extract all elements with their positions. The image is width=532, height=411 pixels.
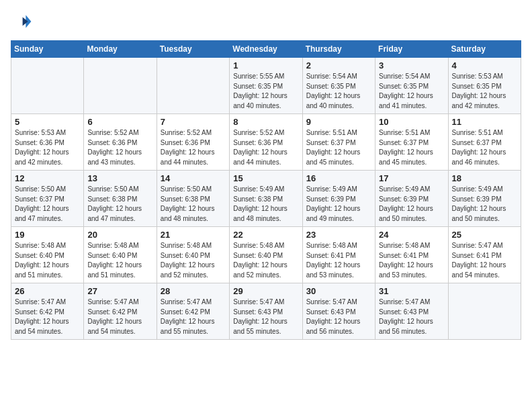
day-info: Sunrise: 5:48 AM Sunset: 6:41 PM Dayligh… bbox=[306, 241, 371, 280]
calendar-cell: 2Sunrise: 5:54 AM Sunset: 6:35 PM Daylig… bbox=[302, 58, 375, 114]
calendar-cell: 19Sunrise: 5:48 AM Sunset: 6:40 PM Dayli… bbox=[11, 227, 84, 283]
day-info: Sunrise: 5:52 AM Sunset: 6:36 PM Dayligh… bbox=[233, 128, 298, 167]
calendar-cell: 11Sunrise: 5:51 AM Sunset: 6:37 PM Dayli… bbox=[448, 114, 521, 171]
day-number: 1 bbox=[233, 60, 298, 71]
day-info: Sunrise: 5:51 AM Sunset: 6:37 PM Dayligh… bbox=[452, 128, 517, 167]
day-info: Sunrise: 5:47 AM Sunset: 6:43 PM Dayligh… bbox=[233, 298, 298, 336]
weekday-header-monday: Monday bbox=[84, 41, 157, 58]
day-number: 22 bbox=[233, 230, 298, 240]
day-number: 19 bbox=[15, 230, 80, 240]
calendar-body: 1Sunrise: 5:55 AM Sunset: 6:35 PM Daylig… bbox=[11, 58, 521, 340]
calendar-cell: 6Sunrise: 5:52 AM Sunset: 6:36 PM Daylig… bbox=[84, 114, 157, 171]
day-info: Sunrise: 5:53 AM Sunset: 6:35 PM Dayligh… bbox=[452, 72, 517, 111]
calendar-cell: 25Sunrise: 5:47 AM Sunset: 6:41 PM Dayli… bbox=[448, 227, 521, 283]
week-row-4: 19Sunrise: 5:48 AM Sunset: 6:40 PM Dayli… bbox=[11, 227, 521, 283]
day-info: Sunrise: 5:53 AM Sunset: 6:36 PM Dayligh… bbox=[15, 128, 80, 167]
calendar-cell: 8Sunrise: 5:52 AM Sunset: 6:36 PM Daylig… bbox=[230, 114, 302, 171]
calendar-cell: 21Sunrise: 5:48 AM Sunset: 6:40 PM Dayli… bbox=[157, 227, 229, 283]
calendar-cell: 9Sunrise: 5:51 AM Sunset: 6:37 PM Daylig… bbox=[302, 114, 375, 171]
page-header bbox=[11, 11, 521, 32]
calendar-cell: 28Sunrise: 5:47 AM Sunset: 6:42 PM Dayli… bbox=[157, 283, 229, 340]
calendar-cell: 23Sunrise: 5:48 AM Sunset: 6:41 PM Dayli… bbox=[302, 227, 375, 283]
day-number: 6 bbox=[87, 117, 152, 127]
day-info: Sunrise: 5:47 AM Sunset: 6:43 PM Dayligh… bbox=[306, 298, 371, 336]
day-info: Sunrise: 5:48 AM Sunset: 6:40 PM Dayligh… bbox=[233, 241, 298, 280]
week-row-5: 26Sunrise: 5:47 AM Sunset: 6:42 PM Dayli… bbox=[11, 283, 521, 340]
calendar-cell: 10Sunrise: 5:51 AM Sunset: 6:37 PM Dayli… bbox=[375, 114, 448, 171]
calendar-cell: 3Sunrise: 5:54 AM Sunset: 6:35 PM Daylig… bbox=[375, 58, 448, 114]
calendar-cell bbox=[11, 58, 84, 114]
calendar-cell: 31Sunrise: 5:47 AM Sunset: 6:43 PM Dayli… bbox=[375, 283, 448, 340]
day-info: Sunrise: 5:47 AM Sunset: 6:42 PM Dayligh… bbox=[15, 298, 80, 336]
day-number: 8 bbox=[233, 117, 298, 127]
day-number: 12 bbox=[15, 173, 80, 183]
weekday-header-tuesday: Tuesday bbox=[157, 41, 229, 58]
day-info: Sunrise: 5:52 AM Sunset: 6:36 PM Dayligh… bbox=[161, 128, 226, 167]
day-number: 25 bbox=[452, 230, 517, 240]
weekday-header-row: SundayMondayTuesdayWednesdayThursdayFrid… bbox=[11, 41, 521, 58]
week-row-3: 12Sunrise: 5:50 AM Sunset: 6:37 PM Dayli… bbox=[11, 171, 521, 227]
day-number: 21 bbox=[161, 230, 226, 240]
day-info: Sunrise: 5:52 AM Sunset: 6:36 PM Dayligh… bbox=[87, 128, 152, 167]
day-info: Sunrise: 5:47 AM Sunset: 6:42 PM Dayligh… bbox=[87, 298, 152, 336]
calendar-cell: 22Sunrise: 5:48 AM Sunset: 6:40 PM Dayli… bbox=[230, 227, 302, 283]
calendar-cell bbox=[84, 58, 157, 114]
weekday-header-friday: Friday bbox=[375, 41, 448, 58]
calendar-cell: 1Sunrise: 5:55 AM Sunset: 6:35 PM Daylig… bbox=[230, 58, 302, 114]
day-info: Sunrise: 5:54 AM Sunset: 6:35 PM Dayligh… bbox=[306, 72, 371, 111]
calendar-cell: 24Sunrise: 5:48 AM Sunset: 6:41 PM Dayli… bbox=[375, 227, 448, 283]
day-number: 13 bbox=[87, 173, 152, 183]
day-number: 18 bbox=[452, 173, 517, 183]
calendar-cell: 20Sunrise: 5:48 AM Sunset: 6:40 PM Dayli… bbox=[84, 227, 157, 283]
calendar-cell: 16Sunrise: 5:49 AM Sunset: 6:39 PM Dayli… bbox=[302, 171, 375, 227]
calendar-cell: 12Sunrise: 5:50 AM Sunset: 6:37 PM Dayli… bbox=[11, 171, 84, 227]
day-number: 26 bbox=[15, 286, 80, 296]
day-info: Sunrise: 5:49 AM Sunset: 6:39 PM Dayligh… bbox=[306, 185, 371, 224]
day-number: 31 bbox=[379, 286, 444, 296]
calendar-cell: 7Sunrise: 5:52 AM Sunset: 6:36 PM Daylig… bbox=[157, 114, 229, 171]
day-info: Sunrise: 5:47 AM Sunset: 6:43 PM Dayligh… bbox=[379, 298, 444, 336]
calendar-cell: 18Sunrise: 5:49 AM Sunset: 6:39 PM Dayli… bbox=[448, 171, 521, 227]
weekday-header-saturday: Saturday bbox=[448, 41, 521, 58]
day-info: Sunrise: 5:51 AM Sunset: 6:37 PM Dayligh… bbox=[306, 128, 371, 167]
calendar-cell: 14Sunrise: 5:50 AM Sunset: 6:38 PM Dayli… bbox=[157, 171, 229, 227]
calendar-cell: 30Sunrise: 5:47 AM Sunset: 6:43 PM Dayli… bbox=[302, 283, 375, 340]
day-info: Sunrise: 5:49 AM Sunset: 6:38 PM Dayligh… bbox=[233, 185, 298, 224]
week-row-1: 1Sunrise: 5:55 AM Sunset: 6:35 PM Daylig… bbox=[11, 58, 521, 114]
day-number: 2 bbox=[306, 60, 371, 71]
calendar-cell: 29Sunrise: 5:47 AM Sunset: 6:43 PM Dayli… bbox=[230, 283, 302, 340]
day-info: Sunrise: 5:54 AM Sunset: 6:35 PM Dayligh… bbox=[379, 72, 444, 111]
day-number: 29 bbox=[233, 286, 298, 296]
day-number: 16 bbox=[306, 173, 371, 183]
week-row-2: 5Sunrise: 5:53 AM Sunset: 6:36 PM Daylig… bbox=[11, 114, 521, 171]
calendar-cell: 4Sunrise: 5:53 AM Sunset: 6:35 PM Daylig… bbox=[448, 58, 521, 114]
day-number: 30 bbox=[306, 286, 371, 296]
day-info: Sunrise: 5:47 AM Sunset: 6:41 PM Dayligh… bbox=[452, 241, 517, 280]
weekday-header-sunday: Sunday bbox=[11, 41, 84, 58]
day-number: 20 bbox=[87, 230, 152, 240]
calendar-cell: 13Sunrise: 5:50 AM Sunset: 6:38 PM Dayli… bbox=[84, 171, 157, 227]
day-info: Sunrise: 5:50 AM Sunset: 6:37 PM Dayligh… bbox=[15, 185, 80, 224]
logo bbox=[11, 11, 35, 32]
day-number: 15 bbox=[233, 173, 298, 183]
day-number: 28 bbox=[161, 286, 226, 296]
day-number: 9 bbox=[306, 117, 371, 127]
calendar-cell: 27Sunrise: 5:47 AM Sunset: 6:42 PM Dayli… bbox=[84, 283, 157, 340]
calendar-cell: 26Sunrise: 5:47 AM Sunset: 6:42 PM Dayli… bbox=[11, 283, 84, 340]
day-number: 3 bbox=[379, 60, 444, 71]
day-info: Sunrise: 5:48 AM Sunset: 6:40 PM Dayligh… bbox=[87, 241, 152, 280]
weekday-header-thursday: Thursday bbox=[302, 41, 375, 58]
day-info: Sunrise: 5:51 AM Sunset: 6:37 PM Dayligh… bbox=[379, 128, 444, 167]
day-info: Sunrise: 5:48 AM Sunset: 6:41 PM Dayligh… bbox=[379, 241, 444, 280]
calendar-table: SundayMondayTuesdayWednesdayThursdayFrid… bbox=[11, 40, 521, 340]
logo-icon bbox=[11, 11, 32, 32]
calendar-cell bbox=[157, 58, 229, 114]
day-info: Sunrise: 5:49 AM Sunset: 6:39 PM Dayligh… bbox=[379, 185, 444, 224]
day-info: Sunrise: 5:48 AM Sunset: 6:40 PM Dayligh… bbox=[15, 241, 80, 280]
day-number: 7 bbox=[161, 117, 226, 127]
day-number: 11 bbox=[452, 117, 517, 127]
day-info: Sunrise: 5:49 AM Sunset: 6:39 PM Dayligh… bbox=[452, 185, 517, 224]
calendar-cell bbox=[448, 283, 521, 340]
weekday-header-wednesday: Wednesday bbox=[230, 41, 302, 58]
day-info: Sunrise: 5:55 AM Sunset: 6:35 PM Dayligh… bbox=[233, 72, 298, 111]
